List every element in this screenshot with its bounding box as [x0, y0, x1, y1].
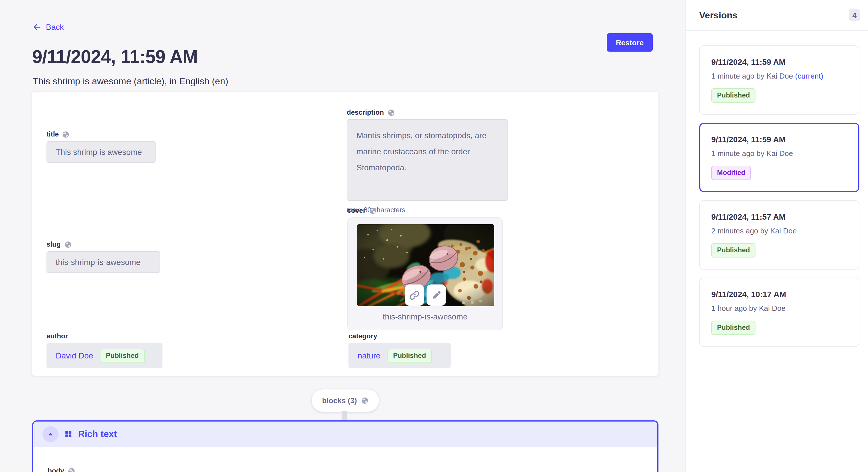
field-category-label: category [348, 332, 377, 340]
field-body-label-row: body [48, 467, 75, 472]
version-date: 9/11/2024, 10:17 AM [711, 290, 847, 299]
link-icon [409, 290, 420, 300]
version-history-page: Back 9/11/2024, 11:59 AM This shrimp is … [0, 0, 868, 472]
version-meta-text: 2 minutes ago by Kai Doe [711, 227, 797, 235]
author-status-badge: Published [100, 348, 145, 363]
field-description-label: description [347, 108, 384, 116]
versions-sidebar-header: Versions 4 [686, 0, 868, 31]
back-link[interactable]: Back [33, 22, 64, 32]
field-slug-label-row: slug [46, 240, 160, 248]
field-title: title [46, 130, 156, 163]
field-author-label: author [46, 332, 68, 340]
version-meta: 1 hour ago by Kai Doe [711, 304, 847, 312]
rich-text-block-title: Rich text [78, 429, 117, 439]
field-cover-label: cover [347, 206, 366, 214]
field-cover: cover [347, 206, 503, 330]
entry-form-card: title description Mantis shrimps, or sto… [32, 92, 658, 376]
field-author-label-row: author [46, 332, 162, 340]
rich-text-block-panel: Rich text body [32, 420, 658, 472]
collapse-block-button[interactable] [42, 426, 59, 442]
version-date: 9/11/2024, 11:57 AM [711, 212, 847, 222]
cover-caption: this-shrimp-is-awesome [348, 312, 502, 321]
slug-input [46, 251, 160, 273]
versions-sidebar: Versions 4 9/11/2024, 11:59 AM 1 minute … [685, 0, 868, 472]
field-body-label: body [48, 467, 64, 472]
version-date: 9/11/2024, 11:59 AM [711, 135, 847, 144]
version-current-tag: (current) [795, 72, 823, 80]
category-link[interactable]: nature [358, 351, 380, 360]
main-content: Back 9/11/2024, 11:59 AM This shrimp is … [0, 0, 685, 472]
field-category: category nature Published [348, 332, 451, 368]
version-status-badge: Modified [711, 166, 751, 180]
globe-icon [387, 109, 395, 116]
version-meta-text: 1 minute ago by Kai Doe [711, 149, 793, 158]
versions-count-badge: 4 [849, 9, 860, 21]
field-category-label-row: category [348, 332, 451, 340]
field-description: description Mantis shrimps, or stomatopo… [347, 108, 508, 214]
category-relation-box: nature Published [348, 343, 451, 368]
version-list: 9/11/2024, 11:59 AM 1 minute ago by Kai … [686, 31, 868, 347]
field-cover-label-row: cover [347, 206, 503, 214]
cover-actions [404, 284, 446, 306]
field-slug-label: slug [46, 240, 61, 248]
version-card[interactable]: 9/11/2024, 10:17 AM 1 hour ago by Kai Do… [699, 278, 859, 347]
chevron-up-icon [48, 431, 53, 437]
version-status-badge: Published [711, 88, 756, 103]
version-card[interactable]: 9/11/2024, 11:59 AM 1 minute ago by Kai … [699, 45, 859, 115]
restore-button[interactable]: Restore [607, 33, 653, 52]
blocks-pill-label: blocks (3) [322, 396, 357, 405]
author-relation-box: David Doe Published [46, 343, 162, 368]
version-meta: 1 minute ago by Kai Doe [711, 149, 847, 158]
globe-icon [62, 131, 70, 138]
field-author: author David Doe Published [46, 332, 162, 368]
rich-text-block-body: body [33, 447, 657, 472]
page-title: 9/11/2024, 11:59 AM [32, 46, 198, 68]
arrow-left-icon [33, 23, 41, 31]
field-description-label-row: description [347, 108, 508, 116]
cover-link-button[interactable] [404, 284, 424, 306]
title-input [46, 141, 156, 163]
version-meta: 1 minute ago by Kai Doe (current) [711, 72, 847, 80]
globe-icon [361, 397, 368, 404]
author-link[interactable]: David Doe [56, 351, 93, 360]
description-textarea: Mantis shrimps, or stomatopods, are mari… [347, 119, 508, 201]
version-card-selected[interactable]: 9/11/2024, 11:59 AM 1 minute ago by Kai … [699, 123, 859, 192]
field-title-label: title [46, 130, 59, 138]
rich-text-block-header: Rich text [33, 422, 657, 447]
blocks-pill-connector [342, 411, 347, 421]
grid-icon [64, 430, 72, 438]
versions-title: Versions [699, 10, 737, 20]
version-meta-text: 1 minute ago by Kai Doe [711, 72, 793, 80]
globe-icon [369, 207, 377, 214]
version-meta: 2 minutes ago by Kai Doe [711, 227, 847, 235]
version-meta-text: 1 hour ago by Kai Doe [711, 304, 786, 312]
page-subtitle: This shrimp is awesome (article), in Eng… [33, 76, 228, 87]
version-card[interactable]: 9/11/2024, 11:57 AM 2 minutes ago by Kai… [699, 200, 859, 270]
field-title-label-row: title [46, 130, 156, 138]
globe-icon [67, 467, 75, 472]
blocks-field-pill: blocks (3) [312, 390, 379, 412]
category-status-badge: Published [387, 348, 432, 363]
pencil-icon [431, 290, 441, 300]
field-slug: slug [46, 240, 160, 273]
version-date: 9/11/2024, 11:59 AM [711, 57, 847, 67]
globe-icon [64, 241, 71, 248]
cover-media-card: this-shrimp-is-awesome [347, 217, 503, 330]
back-label: Back [46, 22, 64, 32]
cover-edit-button[interactable] [426, 284, 446, 306]
version-status-badge: Published [711, 321, 756, 335]
version-status-badge: Published [711, 243, 756, 258]
